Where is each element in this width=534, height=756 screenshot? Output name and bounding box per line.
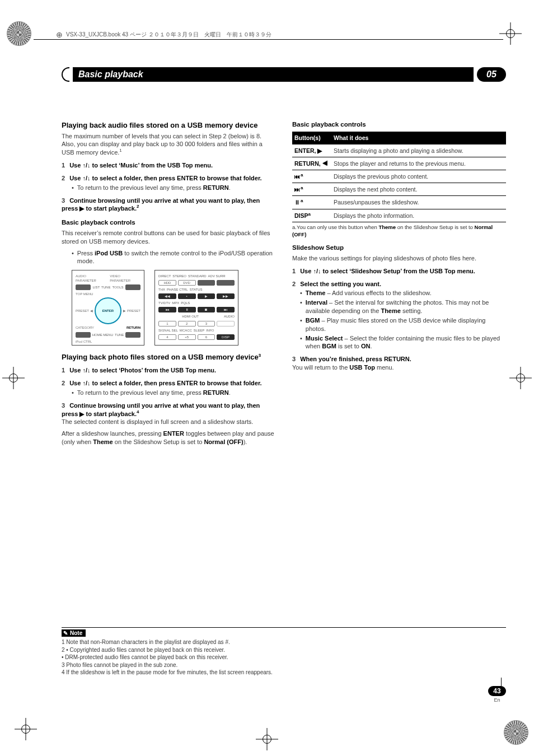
page-number: 43 En	[488, 686, 506, 703]
heading-slideshow: Slideshow Setup	[292, 244, 506, 253]
photo-step-3-after-2: After a slideshow launches, pressing ENT…	[62, 430, 275, 446]
chapter-title: Basic playback	[73, 67, 474, 82]
list-item: Interval – Set the interval for switchin…	[300, 298, 506, 315]
footnote-line: 1 Note that non-Roman characters in the …	[62, 638, 506, 646]
chapter-number: 05	[477, 67, 506, 82]
oplus-icon: ⊕	[56, 31, 63, 39]
table-row: DISPaDisplays the photo information.	[292, 209, 506, 222]
controls-table: Button(s) What it does ENTER, ▶Starts di…	[292, 132, 506, 222]
photo-step-2-bullet: To return to the previous level any time…	[72, 389, 275, 397]
slideshow-step-3: 3When you’re finished, press RETURN.	[292, 355, 506, 363]
audio-step-3: 3Continue browsing until you arrive at w…	[62, 197, 275, 213]
table-row: ⏭aDisplays the next photo content.	[292, 183, 506, 196]
updown-icon: ↑/↓	[82, 367, 90, 374]
remote-panel-right: DIRECTSTEREOSTANDARDADV SURR HDDDVD THXP…	[154, 270, 238, 345]
page-number-value: 43	[488, 686, 506, 696]
updown-icon: ↑/↓	[313, 268, 321, 274]
slideshow-step-2: 2Select the setting you want.	[292, 280, 506, 288]
enter-dpad-icon	[95, 297, 121, 324]
basic-controls-bullet: Press iPod USB to switch the remote cont…	[72, 249, 275, 266]
table-row: ⏮aDisplays the previous photo content.	[292, 170, 506, 183]
photo-step-3: 3Continue browsing until you arrive at w…	[62, 402, 275, 418]
right-column: Basic playback controls Button(s) What i…	[292, 120, 506, 450]
left-column: Playing back audio files stored on a USB…	[62, 120, 275, 450]
header-cap-icon	[62, 67, 69, 82]
heading-audio: Playing back audio files stored on a USB…	[62, 120, 275, 130]
photo-step-1: 1Use ↑/↓ to select ‘Photos’ from the USB…	[62, 366, 275, 375]
footnotes: Note 1 Note that non-Roman characters in…	[62, 627, 506, 676]
table-row: ENTER, ▶Starts displaying a photo and pl…	[292, 144, 506, 157]
top-rule	[34, 39, 503, 40]
photo-step-3-after-1: The selected content is displayed in ful…	[62, 418, 275, 426]
updown-icon: ↑/↓	[82, 175, 90, 181]
photo-step-2: 2Use ↑/↓ to select a folder, then press …	[62, 379, 275, 388]
basic-controls-para: This receiver’s remote control buttons c…	[62, 229, 275, 246]
list-item: Music Select – Select the folder contain…	[300, 334, 506, 351]
footnote-line: • DRM-protected audio files cannot be pl…	[62, 654, 506, 661]
table-footnote: a.You can only use this button when Them…	[292, 224, 506, 239]
chapter-header: Basic playback 05	[62, 67, 506, 82]
heading-basic-controls-left: Basic playback controls	[62, 218, 275, 227]
book-meta-text: VSX-33_UXJCB.book 43 ページ ２０１０年３月９日 火曜日 午…	[66, 31, 271, 39]
slideshow-step-1: 1Use ↑/↓ to select ‘Slideshow Setup’ fro…	[292, 267, 506, 276]
remote-diagram: AUDIO PARAMETERVIDEO PARAMETER LISTTUNET…	[72, 270, 275, 345]
th-what: What it does	[331, 132, 506, 144]
note-label: Note	[62, 629, 86, 637]
audio-step-2-bullet: To return to the previous level any time…	[72, 184, 275, 192]
table-row: ⏸aPauses/unpauses the slideshow.	[292, 196, 506, 209]
footnote-line: 2 • Copyrighted audio files cannot be pl…	[62, 646, 506, 654]
heading-photo: Playing back photo files stored on a USB…	[62, 352, 275, 362]
list-item: Theme – Add various effects to the slide…	[300, 289, 506, 297]
slideshow-step-3-after: You will return to the USB Top menu.	[292, 363, 506, 372]
slideshow-intro: Make the various settings for playing sl…	[292, 254, 506, 263]
list-item: BGM – Play music files stored on the USB…	[300, 316, 506, 333]
footnote-line: 4 If the slideshow is left in the pause …	[62, 669, 506, 676]
updown-icon: ↑/↓	[82, 380, 90, 386]
heading-basic-controls-right: Basic playback controls	[292, 120, 506, 129]
footnote-line: 3 Photo files cannot be played in the su…	[62, 661, 506, 669]
audio-step-1: 1Use ↑/↓ to select ‘Music’ from the USB …	[62, 161, 275, 170]
page-num-rule	[501, 678, 502, 687]
table-row: RETURN, ⯇Stops the player and returns to…	[292, 157, 506, 170]
book-meta: ⊕ VSX-33_UXJCB.book 43 ページ ２０１０年３月９日 火曜日…	[56, 31, 271, 39]
updown-icon: ↑/↓	[82, 162, 90, 169]
audio-step-2: 2Use ↑/↓ to select a folder, then press …	[62, 174, 275, 183]
th-buttons: Button(s)	[292, 132, 331, 144]
audio-intro: The maximum number of levels that you ca…	[62, 132, 275, 157]
page-lang: En	[488, 697, 506, 703]
remote-panel-left: AUDIO PARAMETERVIDEO PARAMETER LISTTUNET…	[72, 270, 144, 345]
